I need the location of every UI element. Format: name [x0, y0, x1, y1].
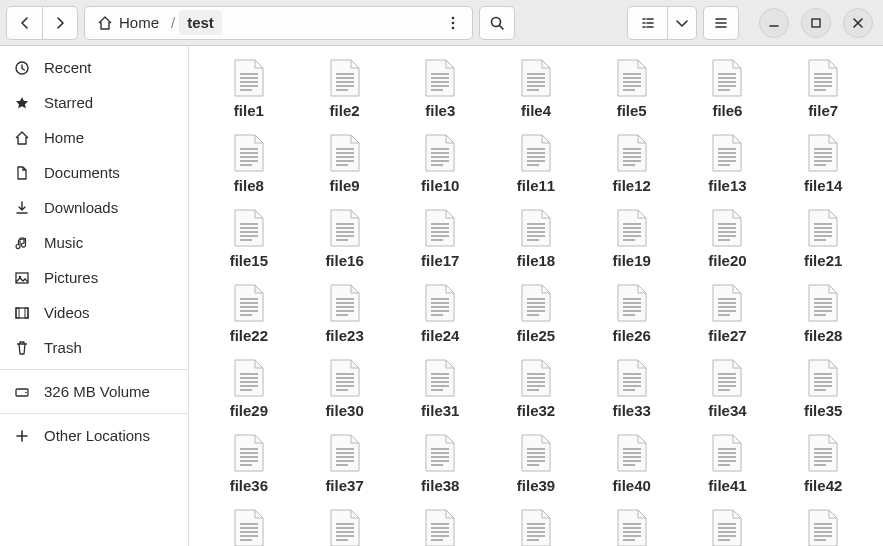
file-item[interactable]: file15 [201, 204, 297, 271]
sidebar-item-other-locations[interactable]: Other Locations [0, 418, 188, 453]
text-file-icon [229, 131, 269, 175]
hamburger-menu-button[interactable] [703, 6, 739, 40]
file-item[interactable]: file25 [488, 279, 584, 346]
sidebar-item-starred[interactable]: Starred [0, 85, 188, 120]
file-label: file40 [613, 477, 651, 494]
file-item[interactable]: file21 [775, 204, 871, 271]
sidebar-item-vol1[interactable]: 326 MB Volume [0, 374, 188, 409]
text-file-icon [420, 131, 460, 175]
file-item[interactable]: file28 [775, 279, 871, 346]
file-item[interactable]: file40 [584, 429, 680, 496]
file-item[interactable]: file45 [392, 504, 488, 546]
file-item[interactable]: file47 [584, 504, 680, 546]
file-label: file6 [712, 102, 742, 119]
file-label: file2 [330, 102, 360, 119]
file-item[interactable]: file41 [680, 429, 776, 496]
sidebar-separator [0, 413, 188, 414]
file-item[interactable]: file7 [775, 54, 871, 121]
file-item[interactable]: file34 [680, 354, 776, 421]
text-file-icon [803, 356, 843, 400]
file-item[interactable]: file35 [775, 354, 871, 421]
text-file-icon [420, 356, 460, 400]
file-item[interactable]: file11 [488, 129, 584, 196]
file-item[interactable]: file48 [680, 504, 776, 546]
file-item[interactable]: file39 [488, 429, 584, 496]
sidebar: RecentStarredHomeDocumentsDownloadsMusic… [0, 46, 189, 546]
file-item[interactable]: file13 [680, 129, 776, 196]
file-item[interactable]: file32 [488, 354, 584, 421]
forward-button[interactable] [42, 6, 78, 40]
file-item[interactable]: file5 [584, 54, 680, 121]
chevron-right-icon [52, 15, 68, 31]
file-item[interactable]: file43 [201, 504, 297, 546]
breadcrumb-home[interactable]: Home [89, 10, 167, 35]
file-item[interactable]: file6 [680, 54, 776, 121]
file-item[interactable]: file27 [680, 279, 776, 346]
search-button[interactable] [479, 6, 515, 40]
file-item[interactable]: file49 [775, 504, 871, 546]
file-item[interactable]: file46 [488, 504, 584, 546]
close-button[interactable] [843, 8, 873, 38]
document-icon [14, 165, 30, 181]
file-item[interactable]: file9 [297, 129, 393, 196]
icon-view-button[interactable] [627, 6, 667, 40]
file-item[interactable]: file20 [680, 204, 776, 271]
path-bar[interactable]: Home / test [84, 6, 473, 40]
file-label: file1 [234, 102, 264, 119]
text-file-icon [707, 131, 747, 175]
header-bar: Home / test [0, 0, 883, 46]
back-button[interactable] [6, 6, 42, 40]
file-label: file28 [804, 327, 842, 344]
minimize-button[interactable] [759, 8, 789, 38]
sidebar-item-videos[interactable]: Videos [0, 295, 188, 330]
file-item[interactable]: file42 [775, 429, 871, 496]
sidebar-item-documents[interactable]: Documents [0, 155, 188, 190]
sidebar-item-trash[interactable]: Trash [0, 330, 188, 365]
file-item[interactable]: file17 [392, 204, 488, 271]
file-item[interactable]: file29 [201, 354, 297, 421]
text-file-icon [325, 56, 365, 100]
file-item[interactable]: file8 [201, 129, 297, 196]
text-file-icon [803, 56, 843, 100]
text-file-icon [229, 281, 269, 325]
file-item[interactable]: file1 [201, 54, 297, 121]
sidebar-item-music[interactable]: Music [0, 225, 188, 260]
sidebar-item-pictures[interactable]: Pictures [0, 260, 188, 295]
file-item[interactable]: file10 [392, 129, 488, 196]
file-label: file39 [517, 477, 555, 494]
file-label: file36 [230, 477, 268, 494]
file-item[interactable]: file3 [392, 54, 488, 121]
file-item[interactable]: file12 [584, 129, 680, 196]
file-item[interactable]: file14 [775, 129, 871, 196]
file-item[interactable]: file16 [297, 204, 393, 271]
sidebar-item-recent[interactable]: Recent [0, 50, 188, 85]
file-item[interactable]: file24 [392, 279, 488, 346]
sidebar-separator [0, 369, 188, 370]
text-file-icon [420, 431, 460, 475]
file-label: file24 [421, 327, 459, 344]
file-label: file27 [708, 327, 746, 344]
file-item[interactable]: file19 [584, 204, 680, 271]
file-item[interactable]: file31 [392, 354, 488, 421]
file-item[interactable]: file33 [584, 354, 680, 421]
file-item[interactable]: file44 [297, 504, 393, 546]
file-item[interactable]: file26 [584, 279, 680, 346]
breadcrumb-current[interactable]: test [179, 10, 222, 35]
file-item[interactable]: file23 [297, 279, 393, 346]
maximize-button[interactable] [801, 8, 831, 38]
file-item[interactable]: file36 [201, 429, 297, 496]
view-dropdown-button[interactable] [667, 6, 697, 40]
path-menu-button[interactable] [438, 9, 468, 37]
plus-icon [14, 428, 30, 444]
file-item[interactable]: file38 [392, 429, 488, 496]
file-item[interactable]: file37 [297, 429, 393, 496]
file-label: file34 [708, 402, 746, 419]
sidebar-item-downloads[interactable]: Downloads [0, 190, 188, 225]
file-label: file5 [617, 102, 647, 119]
file-item[interactable]: file4 [488, 54, 584, 121]
file-item[interactable]: file22 [201, 279, 297, 346]
sidebar-item-home[interactable]: Home [0, 120, 188, 155]
file-item[interactable]: file2 [297, 54, 393, 121]
file-item[interactable]: file30 [297, 354, 393, 421]
file-item[interactable]: file18 [488, 204, 584, 271]
